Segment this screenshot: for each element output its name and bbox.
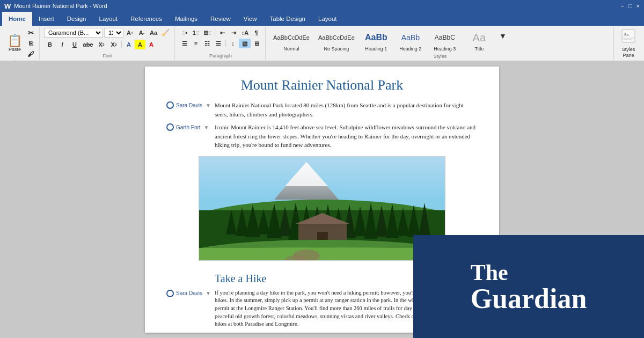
line-spacing-button[interactable]: ↕ — [228, 39, 238, 48]
subscript-button[interactable]: X2 — [96, 40, 107, 49]
change-case-button[interactable]: Aa — [148, 28, 159, 38]
section2-title: Take a Hike — [215, 273, 266, 285]
decrease-indent-button[interactable]: ⇤ — [217, 28, 228, 38]
borders-button[interactable]: ⊞ — [251, 39, 262, 48]
style-heading1[interactable]: AaBb Heading 1 — [360, 28, 392, 53]
styles-label: Styles — [434, 53, 447, 59]
sara-davis-bubble — [166, 101, 174, 109]
garth-fort-arrow[interactable]: ▼ — [204, 124, 209, 130]
tab-table-layout[interactable]: Layout — [312, 12, 343, 26]
shading-button[interactable]: ▧ — [239, 39, 251, 48]
minimize-button[interactable]: − — [620, 3, 624, 9]
garth-fort-bubble — [166, 123, 174, 131]
decrease-font-button[interactable]: A- — [136, 28, 147, 38]
format-painter-button[interactable]: 🖌 — [25, 49, 36, 59]
sara-davis2-bubble — [166, 290, 174, 297]
document-area: Mount Rainier National Park Sara Davis ▼… — [0, 61, 644, 338]
divider3 — [225, 40, 226, 47]
sara-davis-arrow[interactable]: ▼ — [206, 102, 211, 108]
font-size-select[interactable]: 12 — [104, 28, 123, 38]
styles-group: AaBbCcDdEe Normal AaBbCcDdEe No Spacing … — [267, 27, 614, 60]
style-normal[interactable]: AaBbCcDdEe Normal — [270, 28, 313, 53]
font-label: Font — [103, 52, 113, 58]
highlight-button[interactable]: A — [135, 40, 145, 49]
divider — [121, 41, 122, 48]
window-controls[interactable]: − □ × — [620, 3, 640, 9]
sara-davis2-arrow[interactable]: ▼ — [206, 290, 211, 296]
increase-font-button[interactable]: A+ — [125, 28, 135, 38]
word-logo: W — [4, 2, 11, 10]
paragraph-group: ≡• 1≡ ⊞≡ ⇤ ⇥ ↕A ¶ ☰ ≡ ☷ ☰ ↕ ▧ ⊞ Paragrap… — [176, 27, 266, 60]
sort-button[interactable]: ↕A — [239, 28, 250, 38]
show-hide-button[interactable]: ¶ — [251, 28, 261, 38]
strikethrough-button[interactable]: abc — [81, 40, 95, 49]
font-color-button[interactable]: A — [146, 40, 157, 49]
clipboard-content: 📋 Paste ✂ ⎘ 🖌 — [5, 28, 36, 59]
bullets-button[interactable]: ≡• — [179, 28, 190, 38]
mountain-image — [199, 156, 445, 261]
copy-button[interactable]: ⎘ — [25, 39, 36, 48]
sara-davis2-name: Sara Davis — [176, 290, 202, 296]
clipboard-sub: ✂ ⎘ 🖌 — [25, 28, 36, 59]
style-title[interactable]: Aa Title — [463, 28, 495, 53]
svg-rect-36 — [199, 248, 445, 261]
style-samples: AaBbCcDdEe Normal AaBbCcDdEe No Spacing … — [270, 28, 610, 53]
font-group: Garamond (B... 12 A+ A- Aa 🧹 B I U abc X… — [41, 27, 175, 60]
align-right-button[interactable]: ☷ — [202, 39, 213, 48]
tab-table-design[interactable]: Table Design — [264, 12, 312, 26]
increase-indent-button[interactable]: ⇥ — [228, 28, 239, 38]
tab-review[interactable]: Review — [204, 12, 237, 26]
font-name-row: Garamond (B... 12 A+ A- Aa 🧹 — [44, 28, 171, 38]
style-heading2[interactable]: AaBb Heading 2 — [394, 28, 427, 53]
superscript-button[interactable]: X2 — [108, 40, 120, 49]
tab-view[interactable]: View — [237, 12, 264, 26]
underline-button[interactable]: U — [69, 40, 80, 49]
paste-icon: 📋 — [8, 35, 22, 47]
tab-insert[interactable]: Insert — [32, 12, 61, 26]
guardian-the: The — [471, 260, 587, 285]
numbering-button[interactable]: 1≡ — [191, 28, 201, 38]
paragraph2-text: Iconic Mount Rainier is 14,410 feet abov… — [215, 123, 478, 150]
mountain-svg — [199, 157, 445, 261]
justify-button[interactable]: ☰ — [213, 39, 224, 48]
styles-pane-label: StylesPane — [622, 47, 635, 58]
align-left-button[interactable]: ☰ — [179, 39, 190, 48]
styles-more-button[interactable]: ▼ — [497, 31, 508, 41]
guardian-overlay: The Guardian — [413, 235, 644, 338]
tab-design[interactable]: Design — [61, 12, 93, 26]
paragraph-controls: ≡• 1≡ ⊞≡ ⇤ ⇥ ↕A ¶ ☰ ≡ ☷ ☰ ↕ ▧ ⊞ — [179, 28, 262, 48]
close-button[interactable]: × — [636, 3, 640, 9]
maximize-button[interactable]: □ — [628, 3, 632, 9]
align-center-button[interactable]: ≡ — [191, 39, 201, 48]
tab-home[interactable]: Home — [2, 12, 32, 26]
sara-davis-name: Sara Davis — [176, 102, 202, 108]
sara-davis-comment: Sara Davis ▼ — [166, 101, 215, 109]
format-row: B I U abc X2 X2 A A A — [44, 40, 171, 49]
svg-text:Aa: Aa — [624, 32, 629, 37]
font-name-select[interactable]: Garamond (B... — [44, 28, 103, 38]
paragraph1-row: Sara Davis ▼ Mount Rainier National Park… — [166, 101, 478, 119]
list-row: ≡• 1≡ ⊞≡ ⇤ ⇥ ↕A ¶ — [179, 28, 262, 38]
styles-pane-button[interactable]: Aa StylesPane — [615, 27, 642, 60]
normal-preview: AaBbCcDdEe — [273, 29, 310, 46]
paste-button[interactable]: 📋 Paste — [5, 34, 24, 53]
ribbon-toolbar: 📋 Paste ✂ ⎘ 🖌 Clipboard Garamond (B... 1… — [0, 26, 644, 61]
font-controls: Garamond (B... 12 A+ A- Aa 🧹 B I U abc X… — [44, 28, 171, 49]
tab-layout[interactable]: Layout — [93, 12, 125, 26]
align-row: ☰ ≡ ☷ ☰ ↕ ▧ ⊞ — [179, 39, 262, 48]
guardian-name: Guardian — [471, 285, 587, 313]
bold-button[interactable]: B — [44, 40, 56, 49]
multilevel-button[interactable]: ⊞≡ — [202, 28, 213, 38]
document-title: Mount Rainier National Park — [166, 77, 478, 93]
italic-button[interactable]: I — [56, 40, 68, 49]
clear-format-button[interactable]: 🧹 — [160, 28, 171, 38]
tab-mailings[interactable]: Mailings — [169, 12, 204, 26]
style-heading3[interactable]: AaBbC Heading 3 — [429, 28, 461, 53]
text-color-button[interactable]: A — [123, 40, 134, 49]
title-bar-left: W Mount Rainier National Park - Word — [4, 2, 107, 10]
style-no-spacing[interactable]: AaBbCcDdEe No Spacing — [315, 28, 358, 53]
garth-fort-comment: Garth Fort ▼ — [166, 123, 215, 131]
tab-references[interactable]: References — [124, 12, 169, 26]
cut-button[interactable]: ✂ — [25, 28, 36, 38]
heading1-preview: AaBb — [365, 29, 387, 46]
